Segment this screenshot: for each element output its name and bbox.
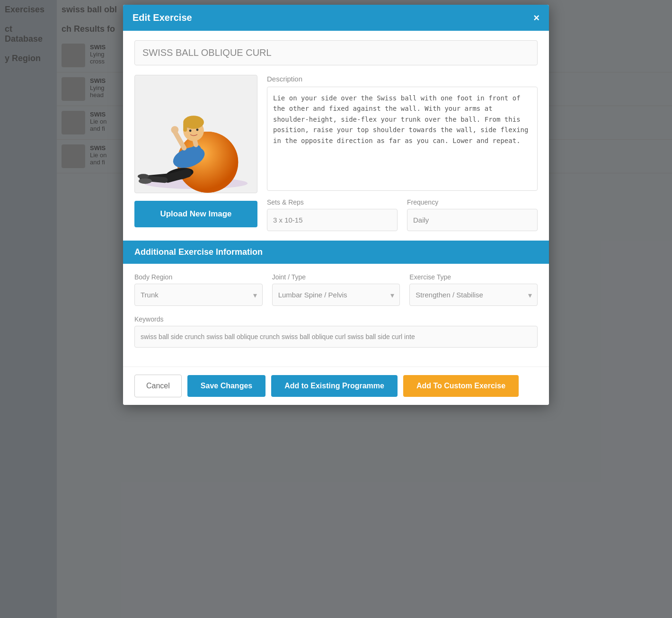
frequency-input[interactable] [407,209,538,231]
modal-body: Upload New Image Description Sets & Reps… [123,31,549,367]
svg-point-19 [196,129,198,131]
additional-body: Body Region Trunk Upper Body Lower Body … [134,264,538,357]
joint-type-wrapper: Lumbar Spine / Pelvis Cervical Spine Tho… [272,284,400,306]
body-region-wrapper: Trunk Upper Body Lower Body [134,284,263,306]
joint-type-select[interactable]: Lumbar Spine / Pelvis Cervical Spine Tho… [272,284,400,306]
joint-type-group: Joint / Type Lumbar Spine / Pelvis Cervi… [272,273,400,306]
sets-reps-input[interactable] [267,209,398,231]
sets-reps-label: Sets & Reps [267,198,398,206]
exercise-type-wrapper: Strengthen / Stabilise Stretch / Mobilis… [409,284,538,306]
joint-type-label: Joint / Type [272,273,400,281]
save-changes-button[interactable]: Save Changes [187,375,265,397]
frequency-label: Frequency [407,198,538,206]
exercise-type-label: Exercise Type [409,273,538,281]
exercise-image [134,75,257,193]
modal-overlay: Edit Exercise × [0,0,672,618]
cancel-button[interactable]: Cancel [134,375,182,397]
svg-point-8 [139,178,152,184]
exercise-type-group: Exercise Type Strengthen / Stabilise Str… [409,273,538,306]
description-label: Description [267,75,538,83]
add-to-programme-button[interactable]: Add to Existing Programme [271,375,398,397]
dropdowns-row: Body Region Trunk Upper Body Lower Body … [134,273,538,306]
image-column: Upload New Image [134,75,257,231]
modal-title: Edit Exercise [133,12,192,23]
keywords-group: Keywords [134,315,538,348]
body-region-label: Body Region [134,273,263,281]
additional-section-title: Additional Exercise Information [134,247,263,257]
modal-header: Edit Exercise × [123,5,549,31]
exercise-type-select[interactable]: Strengthen / Stabilise Stretch / Mobilis… [409,284,538,306]
description-textarea[interactable] [267,87,538,191]
body-region-select[interactable]: Trunk Upper Body Lower Body [134,284,263,306]
sets-freq-row: Sets & Reps Frequency [267,198,538,231]
frequency-group: Frequency [407,198,538,231]
modal-footer: Cancel Save Changes Add to Existing Prog… [123,367,549,405]
exercise-name-input[interactable] [134,40,538,65]
svg-line-11 [175,132,184,148]
svg-point-18 [189,130,192,132]
body-region-group: Body Region Trunk Upper Body Lower Body [134,273,263,306]
svg-rect-17 [183,122,187,132]
svg-point-13 [171,126,178,134]
upload-image-button[interactable]: Upload New Image [134,201,257,227]
keywords-label: Keywords [134,315,538,323]
edit-exercise-modal: Edit Exercise × [123,5,549,405]
sets-reps-group: Sets & Reps [267,198,398,231]
additional-section-header: Additional Exercise Information [123,241,549,264]
top-section: Upload New Image Description Sets & Reps… [134,75,538,231]
svg-point-9 [138,174,149,179]
close-button[interactable]: × [533,13,539,23]
keywords-input[interactable] [134,326,538,348]
description-column: Description Sets & Reps Frequency [267,75,538,231]
add-to-custom-button[interactable]: Add To Custom Exercise [403,375,519,397]
